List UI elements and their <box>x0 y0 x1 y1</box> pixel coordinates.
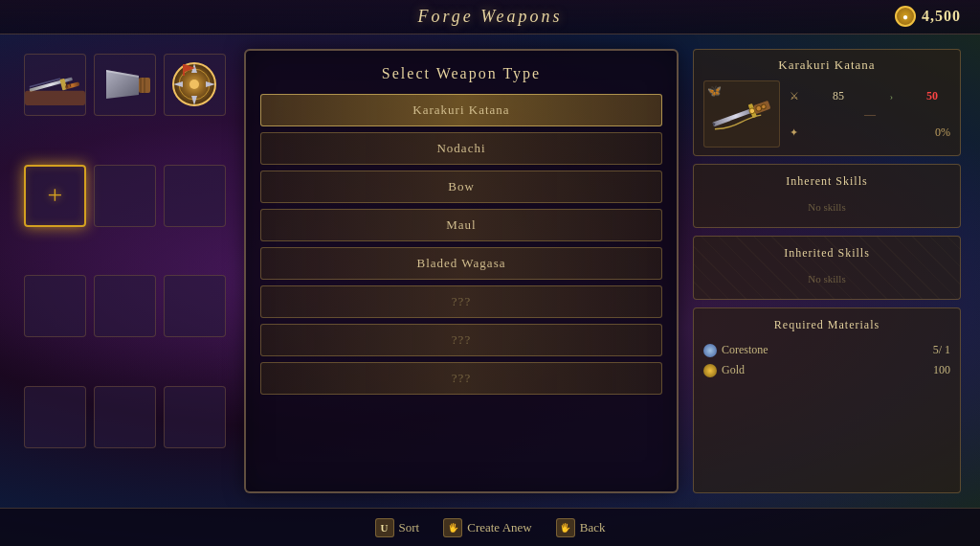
back-label: Back <box>580 520 606 535</box>
stat-separator: — <box>790 107 950 122</box>
required-materials-section: Required Materials Corestone 5/ 1 Gold 1… <box>693 307 961 493</box>
weapon-type-unknown-1[interactable]: ??? <box>260 285 662 318</box>
create-label: Create Anew <box>467 520 532 535</box>
attack-icon: ⚔ <box>790 90 799 102</box>
inherent-skills-content: No skills <box>703 196 950 217</box>
svg-rect-13 <box>183 64 185 76</box>
weapon-type-nodachi[interactable]: Nodachi <box>260 132 662 165</box>
page-title: Forge Weapons <box>417 7 562 27</box>
back-key: 🖐 <box>556 518 575 537</box>
attack-arrow: › <box>890 91 893 102</box>
weapon-stats: ⚔ 85 › 50 — ✦ 0% <box>790 89 950 140</box>
weapon-type-list: Karakuri Katana Nodachi Bow Maul Bladed … <box>260 94 662 395</box>
svg-point-12 <box>189 80 199 89</box>
add-slot-icon: + <box>48 180 63 211</box>
sort-action[interactable]: U Sort <box>375 518 420 537</box>
weapon-slot-5[interactable] <box>94 165 156 227</box>
weapon-type-karakuri-katana[interactable]: Karakuri Katana <box>260 94 662 126</box>
weapon-slot-1[interactable] <box>24 54 86 116</box>
crit-stat-row: ✦ 0% <box>790 125 950 140</box>
inherited-skills-title: Inherited Skills <box>703 246 950 261</box>
weapon-slot-6[interactable] <box>164 165 226 227</box>
weapon-type-maul[interactable]: Maul <box>260 209 662 241</box>
weapon-name: Karakuri Katana <box>703 57 950 73</box>
weapon-preview: 🦋 <box>703 80 780 148</box>
gold-label: Gold <box>722 363 745 377</box>
material-row-corestone: Corestone 5/ 1 <box>703 340 950 360</box>
create-key: 🖐 <box>443 518 462 537</box>
weapon-type-bladed-wagasa[interactable]: Bladed Wagasa <box>260 247 662 280</box>
corestone-count: 5/ 1 <box>933 343 950 357</box>
main-content: + Select Weapon Type Karakuri Katana Nod… <box>0 34 980 508</box>
weapon-slot-9[interactable] <box>164 275 226 337</box>
gold-material: Gold <box>703 363 745 377</box>
inherent-skills-section: Inherent Skills No skills <box>693 164 961 228</box>
materials-title: Required Materials <box>703 318 950 332</box>
weapon-details: Karakuri Katana 🦋 <box>693 49 961 493</box>
inherent-skills-title: Inherent Skills <box>703 174 950 189</box>
inherited-skills-content: No skills <box>703 268 950 289</box>
corestone-material: Corestone <box>703 343 768 357</box>
bottom-bar: U Sort 🖐 Create Anew 🖐 Back <box>0 508 980 546</box>
weapon-type-bow[interactable]: Bow <box>260 171 662 203</box>
weapon-type-panel: Select Weapon Type Karakuri Katana Nodac… <box>244 49 679 493</box>
title-bar: Forge Weapons <box>0 0 980 34</box>
weapon-type-panel-title: Select Weapon Type <box>260 65 662 82</box>
attack-stat-row: ⚔ 85 › 50 <box>790 89 950 103</box>
weapon-slot-10[interactable] <box>24 386 86 448</box>
separator-row: — <box>790 107 950 122</box>
currency-icon: ● <box>895 6 916 27</box>
back-action[interactable]: 🖐 Back <box>556 518 606 537</box>
corestone-icon <box>703 344 717 357</box>
katana-weapon-icon <box>25 58 85 111</box>
attack-value: 85 <box>833 89 857 103</box>
corestone-label: Corestone <box>722 343 768 357</box>
material-row-gold: Gold 100 <box>703 360 950 380</box>
cleaver-weapon-icon <box>99 58 151 111</box>
weapon-slot-11[interactable] <box>94 386 156 448</box>
attack-max-value: 50 <box>926 89 950 103</box>
weapon-type-unknown-3[interactable]: ??? <box>260 362 662 395</box>
circular-weapon-icon <box>168 58 221 111</box>
sort-label: Sort <box>399 520 420 535</box>
currency-display: ● 4,500 <box>895 6 961 27</box>
weapon-slots-grid: + <box>19 49 230 493</box>
create-anew-action[interactable]: 🖐 Create Anew <box>443 518 532 537</box>
weapon-slot-8[interactable] <box>94 275 156 337</box>
crit-icon: ✦ <box>790 126 798 139</box>
weapon-card-content: 🦋 <box>703 80 950 148</box>
currency-amount: 4,500 <box>922 8 961 25</box>
butterfly-icon: 🦋 <box>707 84 722 99</box>
weapon-slot-7[interactable] <box>24 275 86 337</box>
weapon-card: Karakuri Katana 🦋 <box>693 49 961 156</box>
weapon-type-unknown-2[interactable]: ??? <box>260 324 662 356</box>
svg-rect-6 <box>25 91 85 105</box>
weapon-slot-add[interactable]: + <box>24 165 86 227</box>
inherited-skills-section: Inherited Skills No skills <box>693 236 961 300</box>
gold-icon <box>703 364 717 377</box>
crit-value: 0% <box>935 125 950 140</box>
sort-key: U <box>375 518 394 537</box>
weapon-slot-2[interactable] <box>94 54 156 116</box>
gold-count: 100 <box>933 363 950 377</box>
weapon-slot-3[interactable] <box>164 54 226 116</box>
weapon-slot-12[interactable] <box>164 386 226 448</box>
